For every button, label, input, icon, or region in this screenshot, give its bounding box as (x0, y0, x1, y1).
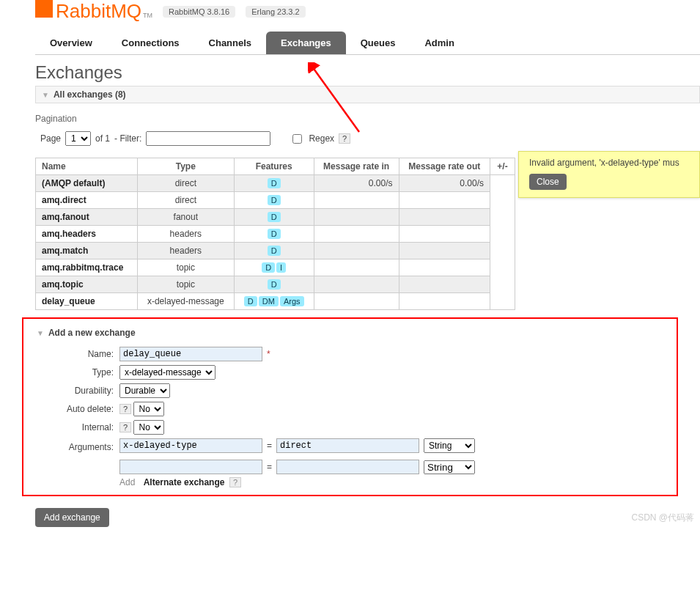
cell-rate-out: 0.00/s (399, 175, 490, 192)
exchange-link[interactable]: amq.fanout (42, 212, 89, 222)
section-all-exchanges[interactable]: ▼ All exchanges (8) (35, 86, 700, 103)
type-select[interactable]: x-delayed-message (119, 365, 215, 380)
chevron-down-icon: ▼ (37, 329, 44, 337)
cell-rate-in: 0.00/s (314, 175, 399, 192)
col-toggle[interactable]: +/- (490, 158, 515, 175)
page-title: Exchanges (35, 62, 700, 83)
close-button[interactable]: Close (529, 174, 567, 190)
feature-badge: D (268, 229, 281, 239)
autodelete-select[interactable]: No (133, 402, 164, 416)
internal-help[interactable]: ? (119, 422, 131, 432)
alt-exchange-link[interactable]: Alternate exchange (144, 477, 225, 487)
cell-type: headers (137, 226, 234, 243)
col-type[interactable]: Type (137, 158, 234, 175)
filter-input[interactable] (146, 131, 270, 146)
feature-badge: DM (259, 296, 279, 306)
col-name[interactable]: Name (36, 158, 138, 175)
pagination-label: Pagination (35, 114, 700, 124)
rabbitmq-icon (35, 0, 53, 18)
cell-rate-out (399, 293, 490, 310)
tab-channels[interactable]: Channels (194, 32, 267, 54)
exchange-link[interactable]: amq.match (42, 246, 88, 256)
cell-type: topic (137, 259, 234, 276)
table-row: amq.rabbitmq.tracetopicDI (36, 259, 515, 276)
cell-features: D (234, 175, 314, 192)
alt-exchange-help[interactable]: ? (229, 477, 241, 487)
tab-queues[interactable]: Queues (346, 32, 410, 54)
regex-checkbox[interactable] (292, 134, 302, 144)
annotation-arrow (308, 62, 366, 136)
arg1-key-input[interactable] (119, 438, 262, 453)
exchange-link[interactable]: delay_queue (42, 296, 95, 306)
cell-type: headers (137, 243, 234, 259)
cell-rate-out (399, 259, 490, 276)
col-rate-out[interactable]: Message rate out (399, 158, 490, 175)
internal-select[interactable]: No (133, 420, 164, 435)
feature-badge: Args (280, 296, 304, 306)
cell-rate-out (399, 226, 490, 243)
add-exchange-button[interactable]: Add exchange (35, 508, 109, 527)
add-exchange-panel: ▼ Add a new exchange Name: * Type: x-del… (22, 317, 678, 496)
arg1-type-select[interactable]: String (424, 438, 475, 453)
feature-badge: D (268, 279, 281, 290)
col-rate-in[interactable]: Message rate in (314, 158, 399, 175)
tab-admin[interactable]: Admin (410, 32, 468, 54)
feature-badge: D (268, 212, 281, 222)
cell-features: D (234, 243, 314, 259)
cell-features: D (234, 276, 314, 293)
type-label: Type: (37, 367, 114, 378)
cell-rate-in (314, 226, 399, 243)
page-label: Page (40, 133, 61, 144)
arg2-val-input[interactable] (276, 460, 419, 474)
table-row: delay_queuex-delayed-messageDDMArgs (36, 293, 515, 310)
cell-rate-out (399, 192, 490, 209)
add-arg-link[interactable]: Add (119, 477, 135, 487)
table-row: amq.matchheadersD (36, 243, 515, 259)
logo: RabbitMQ TM (35, 0, 152, 23)
cell-type: x-delayed-message (137, 293, 234, 310)
cell-type: direct (137, 192, 234, 209)
page-select[interactable]: 1 (65, 131, 91, 146)
table-row: amq.fanoutfanoutD (36, 209, 515, 226)
autodelete-help[interactable]: ? (119, 404, 131, 414)
section-add-label: Add a new exchange (48, 328, 136, 338)
exchanges-table: Name Type Features Message rate in Messa… (35, 158, 515, 310)
table-row: amq.topictopicD (36, 276, 515, 293)
cell-features: DI (234, 259, 314, 276)
arg2-key-input[interactable] (119, 460, 262, 474)
brand-tm: TM (143, 12, 152, 19)
exchange-link[interactable]: amq.topic (42, 279, 84, 290)
svg-line-0 (312, 67, 359, 132)
arg2-type-select[interactable]: String (424, 460, 475, 474)
name-input[interactable] (119, 347, 262, 361)
brand-name: RabbitMQ (56, 0, 141, 23)
autodelete-label: Auto delete: (37, 404, 114, 414)
tab-exchanges[interactable]: Exchanges (266, 32, 346, 54)
arg-eq: = (267, 462, 272, 472)
feature-badge: D (268, 246, 281, 256)
page-of: of 1 (95, 133, 110, 144)
exchange-link[interactable]: (AMQP default) (42, 178, 105, 188)
tab-connections[interactable]: Connections (107, 32, 194, 54)
section-add-exchange[interactable]: ▼ Add a new exchange (37, 325, 663, 341)
col-features[interactable]: Features (234, 158, 314, 175)
exchange-link[interactable]: amq.headers (42, 229, 96, 239)
cell-toggle[interactable] (490, 175, 515, 310)
cell-rate-out (399, 243, 490, 259)
arguments-label: Arguments: (37, 442, 114, 452)
cell-type: topic (137, 276, 234, 293)
cell-rate-in (314, 259, 399, 276)
cell-features: D (234, 226, 314, 243)
exchange-link[interactable]: amq.direct (42, 195, 86, 205)
chevron-down-icon: ▼ (42, 91, 49, 99)
table-row: (AMQP default)directD0.00/s0.00/s (36, 175, 515, 192)
tab-overview[interactable]: Overview (35, 32, 107, 54)
durability-select[interactable]: Durable (119, 383, 170, 398)
cell-rate-out (399, 209, 490, 226)
durability-label: Durability: (37, 386, 114, 396)
exchange-link[interactable]: amq.rabbitmq.trace (42, 262, 123, 273)
filter-label: - Filter: (114, 133, 141, 144)
cell-features: D (234, 209, 314, 226)
arg1-val-input[interactable] (276, 438, 419, 453)
name-label: Name: (37, 349, 114, 359)
